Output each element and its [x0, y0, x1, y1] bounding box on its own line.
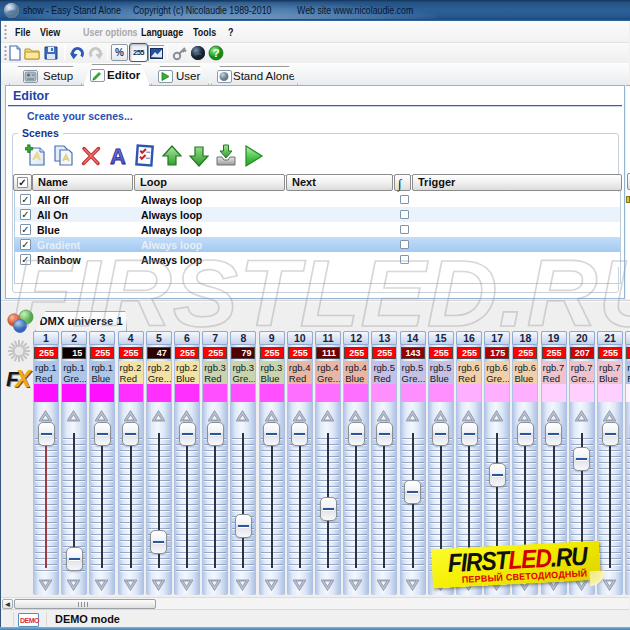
svg-text:A: A: [110, 144, 126, 168]
svg-text:?: ?: [213, 47, 220, 59]
